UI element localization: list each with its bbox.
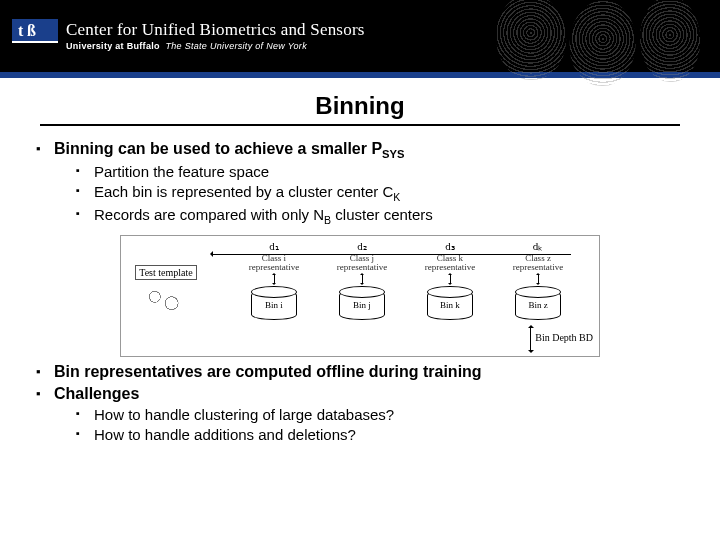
ub-logo: t ß Center for Unified Biometrics and Se…	[10, 16, 365, 56]
bullet-main-3: Challenges How to handle clustering of l…	[36, 385, 690, 446]
header-banner: t ß Center for Unified Biometrics and Se…	[0, 0, 720, 72]
signature-icon	[138, 284, 194, 316]
fingerprint-decoration	[496, 0, 700, 80]
bullet-sub: How to handle additions and deletions?	[76, 425, 690, 445]
cluster-k: d₃ Class k representative Bin k	[413, 240, 487, 320]
svg-text:ß: ß	[27, 22, 36, 39]
bullet-sub: Partition the feature space	[76, 162, 690, 182]
svg-rect-3	[12, 41, 58, 43]
slide-title: Binning	[40, 92, 680, 126]
bullet-sub: Records are compared with only NB cluste…	[76, 205, 690, 227]
slide-body: Binning Binning can be used to achieve a…	[0, 78, 720, 459]
cluster-z: dₖ Class z representative Bin z	[501, 240, 575, 320]
cluster-i: d₁ Class i representative Bin i	[237, 240, 311, 320]
cluster-j: d₂ Class j representative Bin j	[325, 240, 399, 320]
cylinder-icon: Bin i	[251, 290, 297, 320]
svg-text:t: t	[18, 22, 24, 39]
cylinder-icon: Bin j	[339, 290, 385, 320]
bullet-main-2: Bin representatives are computed offline…	[36, 363, 690, 381]
bullet-main-1: Binning can be used to achieve a smaller…	[36, 140, 690, 227]
ub-logo-mark: t ß	[10, 16, 60, 56]
bullet-sub: Each bin is represented by a cluster cen…	[76, 182, 690, 204]
test-template-box: Test template	[127, 262, 205, 316]
bullet-sub: How to handle clustering of large databa…	[76, 405, 690, 425]
banner-title: Center for Unified Biometrics and Sensor…	[66, 21, 365, 39]
bin-depth-label: Bin Depth BD	[530, 326, 593, 352]
banner-subtitle: University at Buffalo The State Universi…	[66, 42, 365, 51]
cylinder-icon: Bin k	[427, 290, 473, 320]
binning-diagram: Test template d₁ Class i representative …	[120, 235, 600, 357]
cylinder-icon: Bin z	[515, 290, 561, 320]
